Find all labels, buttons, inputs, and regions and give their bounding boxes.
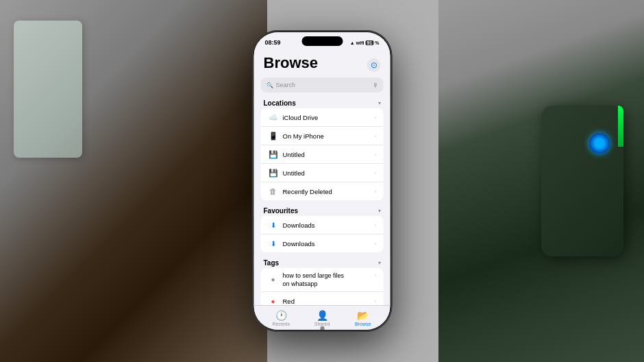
list-item[interactable]: ☁️ iCloud Drive ›: [261, 108, 384, 127]
search-placeholder: Search: [276, 82, 370, 88]
list-item[interactable]: ⬇ Downloads ›: [261, 234, 384, 252]
recently-deleted-label: Recently Deleted: [283, 188, 371, 195]
recents-icon: 🕐: [275, 310, 287, 321]
tags-chevron: ▾: [378, 260, 381, 266]
favourites-list: ⬇ Downloads › ⬇ Downloads ›: [261, 216, 384, 252]
list-item[interactable]: 📱 On My iPhone ›: [261, 127, 384, 145]
red-tag-label: Red: [283, 298, 371, 305]
browse-label: Browse: [355, 322, 371, 326]
trash-icon: 🗑: [268, 186, 279, 197]
download-icon: ⬇: [268, 219, 279, 230]
shared-label: Shared: [314, 322, 330, 326]
chevron-icon: ›: [375, 298, 377, 304]
drive-orange-icon: 💾: [268, 167, 279, 178]
chevron-icon: ›: [375, 241, 377, 247]
drive-icon: 💾: [268, 149, 279, 160]
status-time: 08:59: [265, 39, 281, 46]
tab-recents[interactable]: 🕐 Recents: [261, 310, 302, 326]
chevron-icon: ›: [375, 272, 377, 278]
app-header: Browse ⊙: [254, 50, 391, 75]
browse-icon: 📂: [357, 310, 369, 321]
locations-title: Locations: [264, 99, 296, 107]
downloads-1-label: Downloads: [283, 221, 371, 229]
tags-title: Tags: [264, 259, 280, 267]
tab-browse[interactable]: 📂 Browse: [343, 310, 384, 326]
favourites-chevron: ▾: [378, 208, 381, 214]
whatsapp-tag-label: how to send large fileson whatsapp: [283, 272, 371, 288]
chevron-icon: ›: [375, 133, 377, 139]
powerbank-strip: [618, 106, 623, 147]
download-icon-2: ⬇: [268, 238, 279, 249]
icloud-drive-label: iCloud Drive: [283, 114, 371, 121]
list-item[interactable]: 🗑 Recently Deleted ›: [261, 182, 384, 200]
tags-header[interactable]: Tags ▾: [254, 256, 391, 268]
locations-header[interactable]: Locations ▾: [254, 97, 391, 108]
search-icon: 🔍: [267, 82, 273, 88]
on-my-iphone-label: On My iPhone: [283, 132, 371, 140]
tags-section: Tags ▾ ● how to send large fileson whats…: [254, 256, 391, 305]
chevron-icon: ›: [375, 114, 377, 121]
dynamic-island: [301, 36, 343, 46]
list-item[interactable]: 💾 Untitled ›: [261, 145, 384, 164]
app-title: Browse: [264, 54, 318, 72]
locations-list: ☁️ iCloud Drive › 📱 On My iPhone › 💾 Unt…: [261, 108, 384, 200]
search-bar[interactable]: 🔍 Search 🎙: [261, 77, 384, 93]
cable-connector: [320, 326, 324, 330]
chevron-icon: ›: [375, 189, 377, 195]
favourites-title: Favourites: [264, 207, 299, 215]
tags-list: ● how to send large fileson whatsapp › ●…: [261, 268, 384, 305]
locations-chevron: ▾: [378, 100, 381, 106]
list-item[interactable]: 💾 Untitled ›: [261, 164, 384, 182]
iphone-screen: 08:59 ▲ wifi 91 % Browse ⊙ 🔍 Search: [254, 32, 391, 330]
favourites-section: Favourites ▾ ⬇ Downloads › ⬇ Downloads ›: [254, 204, 391, 252]
ellipsis-button[interactable]: ⊙: [367, 58, 381, 72]
icloud-icon: ☁️: [268, 112, 279, 123]
untitled-1-label: Untitled: [283, 151, 371, 158]
iphone-frame: 08:59 ▲ wifi 91 % Browse ⊙ 🔍 Search: [252, 30, 393, 332]
chevron-icon: ›: [375, 152, 377, 158]
wifi-icon: wifi: [356, 40, 364, 45]
tab-shared[interactable]: 👤 Shared: [301, 310, 343, 326]
mic-icon: 🎙: [373, 82, 378, 88]
phone-icon: 📱: [268, 130, 279, 141]
locations-section: Locations ▾ ☁️ iCloud Drive › 📱 On My iP…: [254, 97, 391, 200]
bg-right: [438, 0, 644, 362]
shared-icon: 👤: [317, 310, 328, 321]
status-icons: ▲ wifi 91 %: [350, 40, 380, 45]
signal-icon: ▲: [350, 40, 355, 45]
list-item[interactable]: ⬇ Downloads ›: [261, 216, 384, 234]
downloads-2-label: Downloads: [283, 240, 371, 248]
favourites-header[interactable]: Favourites ▾: [254, 204, 391, 216]
list-item[interactable]: ● Red ›: [261, 292, 384, 305]
untitled-2-label: Untitled: [283, 169, 371, 177]
powerbank-light: [589, 133, 610, 154]
chevron-icon: ›: [375, 170, 377, 176]
powerbank: [541, 106, 623, 256]
chevron-icon: ›: [375, 222, 377, 228]
app-content: Browse ⊙ 🔍 Search 🎙 Locations ▾: [254, 50, 391, 305]
battery-icon: 91: [365, 40, 373, 45]
recents-label: Recents: [272, 322, 290, 326]
tag-grey-icon: ●: [268, 274, 279, 285]
tag-red-icon: ●: [268, 295, 279, 305]
ellipsis-icon: ⊙: [371, 60, 377, 70]
box-left: [14, 21, 82, 158]
list-item[interactable]: ● how to send large fileson whatsapp ›: [261, 268, 384, 292]
